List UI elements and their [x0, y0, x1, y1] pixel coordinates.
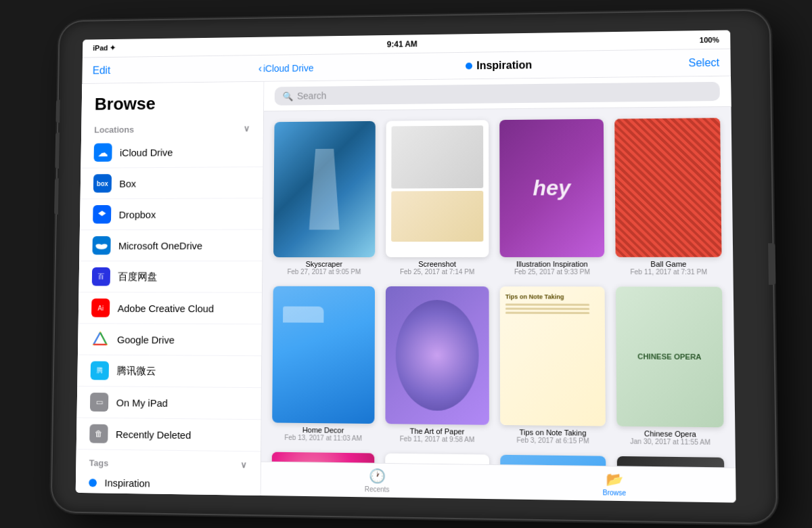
notes-thumbnail: Tips on Note Taking — [500, 286, 606, 426]
gdrive-label: Google Drive — [117, 334, 175, 345]
screenshot-thumbnail — [386, 120, 489, 257]
tencent-icon: 腾 — [91, 361, 109, 380]
recents-icon: 🕐 — [369, 468, 386, 485]
home-button[interactable] — [768, 243, 775, 284]
screenshot-name: Screenshot — [418, 260, 456, 268]
skyscraper-date: Feb 27, 2017 at 9:05 PM — [287, 268, 361, 276]
search-bar[interactable]: 🔍 Search — [275, 82, 720, 106]
volume-up-button — [55, 100, 60, 123]
screenshot-date: Feb 25, 2017 at 7:14 PM — [400, 268, 474, 276]
locations-label: Locations — [94, 125, 134, 135]
tags-chevron-icon: ∨ — [240, 460, 247, 470]
file-skyscraper[interactable]: Skyscraper Feb 27, 2017 at 9:05 PM — [273, 121, 376, 276]
back-button[interactable]: ‹ iCloud Drive — [258, 62, 314, 74]
skyscraper-name: Skyscraper — [306, 260, 342, 268]
ipad-device: iPad ✦ 9:41 AM 100% Edit ‹ iCloud Drive … — [52, 11, 777, 523]
svg-marker-0 — [98, 211, 106, 219]
notes-title: Tips on Note Taking — [505, 292, 600, 301]
notes-date: Feb 3, 2017 at 6:15 PM — [516, 437, 589, 445]
sidebar-item-dropbox[interactable]: Dropbox — [80, 198, 263, 230]
select-button[interactable]: Select — [688, 56, 719, 69]
baidu-icon: 百 — [92, 267, 110, 286]
sidebar-item-ipad[interactable]: ▭ On My iPad — [76, 387, 261, 420]
on-my-ipad-label: On My iPad — [116, 397, 168, 409]
tags-section-header: Tags ∨ — [76, 452, 261, 473]
sidebar-item-icloud[interactable]: ☁ iCloud Drive — [81, 136, 263, 169]
art-of-paper-date: Feb 11, 2017 at 9:58 AM — [400, 435, 475, 443]
notes-name: Tips on Note Taking — [519, 428, 586, 437]
art-of-paper-thumbnail — [385, 286, 489, 425]
sidebar-item-tencent[interactable]: 腾 腾讯微云 — [77, 355, 261, 389]
tab-browse[interactable]: 📂 Browse — [495, 469, 736, 498]
search-icon: 🔍 — [282, 91, 293, 101]
home-decor-name: Home Decor — [302, 426, 344, 435]
side-button — [54, 178, 59, 214]
sidebar-title: Browse — [81, 82, 263, 120]
file-chinese-opera[interactable]: CHINESE OPERA Chinese Opera Jan 30, 2017… — [616, 286, 724, 446]
file-screenshot[interactable]: Screenshot Feb 25, 2017 at 7:14 PM — [386, 120, 489, 275]
browse-label: Browse — [603, 489, 627, 497]
baidu-label: 百度网盘 — [118, 270, 157, 283]
recents-label: Recents — [365, 485, 390, 493]
ipad-screen: iPad ✦ 9:41 AM 100% Edit ‹ iCloud Drive … — [76, 30, 736, 502]
file-home-decor[interactable]: Home Decor Feb 13, 2017 at 11:03 AM — [272, 286, 375, 442]
trash-icon: 🗑 — [89, 424, 108, 443]
file-illustration[interactable]: hey Illustration Inspiration Feb 25, 201… — [499, 119, 604, 276]
locations-section-header: Locations ∨ — [81, 118, 263, 138]
tag-inspiration[interactable]: Inspiration — [76, 470, 261, 496]
sidebar-item-gdrive[interactable]: Google Drive — [78, 324, 262, 356]
sidebar-item-trash[interactable]: 🗑 Recently Deleted — [76, 418, 261, 452]
tab-recents[interactable]: 🕐 Recents — [261, 466, 495, 495]
sidebar-item-adobe[interactable]: Ai Adobe Creative Cloud — [78, 292, 262, 324]
sidebar-item-onedrive[interactable]: Microsoft OneDrive — [79, 230, 263, 262]
volume-down-button — [55, 133, 60, 169]
icloud-label: iCloud Drive — [120, 146, 173, 158]
file-notes[interactable]: Tips on Note Taking Tips on Note Taking … — [500, 286, 606, 445]
tags-section: Tags ∨ Inspiration Gardening Ideas For F… — [76, 452, 261, 496]
back-label: iCloud Drive — [263, 62, 313, 74]
status-battery: 100% — [700, 35, 719, 43]
ipad-icon: ▭ — [90, 393, 108, 412]
illustration-date: Feb 25, 2017 at 9:33 PM — [514, 268, 590, 276]
chinese-opera-date: Jan 30, 2017 at 11:55 AM — [630, 438, 710, 447]
illustration-name: Illustration Inspiration — [516, 260, 588, 268]
page-title: Inspiration — [466, 59, 532, 72]
notes-line3 — [505, 311, 590, 313]
adobe-icon: Ai — [91, 299, 110, 317]
right-panel: 🔍 Search Skyscraper Feb 27, 2017 at 9:05… — [261, 76, 736, 503]
tab-bar: 🕐 Recents 📂 Browse — [261, 462, 736, 503]
sidebar-item-box[interactable]: box Box — [81, 167, 263, 199]
box-label: Box — [119, 177, 136, 189]
dropbox-icon — [93, 205, 111, 223]
main-content: Browse Locations ∨ ☁ iCloud Drive box Bo… — [76, 76, 736, 503]
art-of-paper-name: The Art of Paper — [410, 427, 465, 436]
sidebar: Browse Locations ∨ ☁ iCloud Drive box Bo… — [76, 82, 265, 496]
gdrive-icon — [91, 330, 109, 349]
file-ball-game[interactable]: Ball Game Feb 11, 2017 at 7:31 PM — [614, 118, 722, 276]
chinese-opera-name: Chinese Opera — [644, 430, 696, 439]
search-container: 🔍 Search — [264, 76, 731, 112]
search-input[interactable]: Search — [297, 90, 327, 101]
modern-jewelry-thumbnail — [617, 456, 726, 467]
tencent-label: 腾讯微云 — [116, 364, 156, 377]
adobe-label: Adobe Creative Cloud — [118, 302, 215, 313]
title-text: Inspiration — [476, 59, 532, 72]
back-chevron-icon: ‹ — [258, 62, 262, 74]
files-grid: Skyscraper Feb 27, 2017 at 9:05 PM Scree… — [261, 107, 736, 468]
status-time: 9:41 AM — [387, 39, 418, 49]
chinese-opera-thumbnail: CHINESE OPERA — [616, 286, 724, 428]
file-art-of-paper[interactable]: The Art of Paper Feb 11, 2017 at 9:58 AM — [385, 286, 489, 444]
box-icon: box — [93, 174, 112, 192]
icloud-icon: ☁ — [94, 144, 112, 162]
title-dot-icon — [466, 62, 472, 69]
home-decor-thumbnail — [272, 286, 375, 424]
file-modern-jewelry[interactable]: Modern Jewelry Jan 14, 2017 at 9:02 AM — [617, 456, 726, 467]
browse-icon: 📂 — [606, 470, 623, 487]
sidebar-item-baidu[interactable]: 百 百度网盘 — [78, 261, 262, 293]
ball-game-thumbnail — [614, 118, 721, 257]
notes-line2 — [505, 307, 590, 309]
edit-button[interactable]: Edit — [93, 64, 111, 76]
dropbox-label: Dropbox — [119, 208, 156, 220]
inspiration-dot — [89, 479, 97, 487]
tags-label: Tags — [89, 458, 109, 468]
